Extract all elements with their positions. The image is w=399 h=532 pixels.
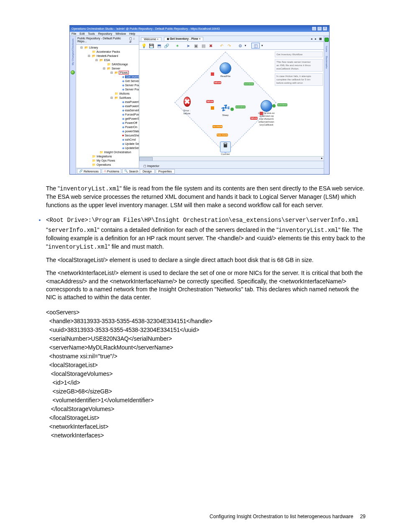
- card-text: In case IAction fails, it attempts: [276, 75, 311, 77]
- menu-help[interactable]: Help: [129, 32, 135, 35]
- p2-f2: inventoryList.xml: [279, 227, 338, 234]
- xml-l15: <networkInterfaces>: [46, 432, 104, 439]
- subtab-properties[interactable]: Properties: [156, 169, 175, 174]
- tree-subflows[interactable]: Subflows: [119, 96, 131, 99]
- dropdown-icon[interactable]: ▾: [245, 44, 246, 47]
- edge-label-success: success: [235, 105, 246, 108]
- tree-sf2[interactable]: esaPowerOnCallback: [125, 105, 139, 108]
- icons-tab[interactable]: Icons: [325, 46, 328, 52]
- bookmarks-tab[interactable]: Bookmarks: [325, 56, 328, 69]
- tab-problems[interactable]: ⚠Problems: [102, 169, 122, 174]
- folder-icon: 📂: [107, 67, 111, 70]
- tree-spon[interactable]: Server Power OFF: [125, 84, 139, 87]
- tree-myops[interactable]: My Ops Flows: [97, 159, 115, 162]
- tree-sf9[interactable]: SecureShellCLI: [125, 134, 139, 137]
- node-sleep[interactable]: 💤 Sleep: [220, 102, 231, 114]
- tab-nav-left-icon[interactable]: ◂: [311, 37, 312, 41]
- tree-tutorials[interactable]: Tutorials: [97, 167, 108, 168]
- redo-icon[interactable]: ↷: [226, 43, 232, 49]
- flow-icon: ◆: [122, 121, 124, 124]
- tab-references[interactable]: 🔗References: [77, 169, 101, 174]
- flow-canvas[interactable]: ReadFile failure success ✖ Error : failu…: [139, 50, 324, 168]
- card-text: an XML file and returns it throu: [276, 64, 311, 67]
- my-changes-tab[interactable]: My Changes/Checkouts: [72, 39, 74, 65]
- view-icon[interactable]: ◫: [251, 43, 260, 49]
- card-text: before exiting with error.: [276, 82, 303, 84]
- tree-sf8[interactable]: powerStatusCmd: [125, 130, 139, 133]
- save-icon[interactable]: 💾: [148, 43, 154, 49]
- node-callback[interactable]: com.hp.esa.oo .extension.se rver.IAction…: [261, 100, 272, 112]
- tree-sf3[interactable]: esaServerInfoCallback: [125, 109, 139, 112]
- debug-icon[interactable]: ✶: [174, 43, 180, 49]
- tab-nav-right-icon[interactable]: ▸: [315, 37, 317, 41]
- tree-sf4[interactable]: ForcedPowerOff: [125, 113, 139, 116]
- tree-server[interactable]: Server: [112, 67, 120, 70]
- maximize-button[interactable]: □: [317, 26, 322, 31]
- tree-operations[interactable]: Operations: [97, 163, 111, 166]
- tree-sf6[interactable]: PowerOff: [125, 121, 137, 124]
- menu-file[interactable]: File: [72, 32, 76, 35]
- flow-icon: ◆: [167, 37, 169, 40]
- subtab-design[interactable]: Design: [140, 169, 155, 174]
- globe-icon: [220, 62, 231, 74]
- tree-getsvrinfo[interactable]: Get Server Info: [125, 80, 139, 82]
- bullet-path: <Root Drive>:\Program Files\HP\Insight O…: [46, 217, 359, 224]
- tab-get-inventory[interactable]: ◆ Get Inventory - Flow×: [164, 37, 203, 41]
- tree-library[interactable]: Library: [89, 46, 98, 49]
- node-error-failure[interactable]: ✖ Error : failure: [181, 96, 193, 108]
- tree-sf11[interactable]: Update Server PowerOn: [125, 142, 139, 145]
- menu-window[interactable]: Window: [115, 32, 126, 35]
- tree-insorch[interactable]: Insight Orchestration: [104, 151, 131, 154]
- tree-tab-label[interactable]: Public Repository - Default Public Repo.…: [77, 37, 129, 44]
- window-titlebar[interactable]: Operations Orchestration Studio - 'admin…: [70, 26, 329, 32]
- tree-sf5[interactable]: getPowerStatusOnDELL: [125, 117, 139, 120]
- tree-sf12[interactable]: UpdateServerInventoryIt: [125, 146, 139, 149]
- tree-iactions[interactable]: IActions: [119, 92, 130, 95]
- tree-esa[interactable]: ESA: [104, 59, 110, 62]
- left-side-tabs: My Changes/Checkouts: [70, 36, 76, 174]
- link-icon[interactable]: 🔗: [164, 43, 169, 49]
- tree-sf1[interactable]: esaPowerOffCallback: [125, 100, 139, 103]
- lightbulb-icon[interactable]: 💡: [141, 43, 147, 49]
- dropdown-icon[interactable]: ▾: [261, 44, 263, 47]
- p2-b: " contains a detailed definition for eac…: [97, 226, 279, 233]
- paste-icon[interactable]: ▤: [200, 43, 206, 49]
- delete-icon[interactable]: ✖: [208, 43, 214, 49]
- tree-tab-controls[interactable]: ▢ ⟂ ⇵: [129, 37, 138, 44]
- canvas-hscroll[interactable]: ◂ ▸: [139, 156, 324, 161]
- tab-menu-icon[interactable]: ▦: [319, 37, 322, 41]
- scroll-right-icon[interactable]: ▸: [321, 157, 323, 160]
- tree-spoff[interactable]: Server Power ON: [125, 88, 139, 91]
- tree-accel[interactable]: Accelerator Packs: [97, 50, 120, 53]
- close-icon[interactable]: ×: [199, 37, 200, 40]
- tab-welcome[interactable]: Welcome×: [141, 37, 161, 41]
- folder-icon: 📁: [92, 163, 96, 166]
- menu-tools[interactable]: Tools: [88, 32, 95, 35]
- node-counter[interactable]: 🖩 Counter: [220, 141, 231, 153]
- undo-icon[interactable]: ↶: [219, 43, 225, 49]
- node-readfile[interactable]: ReadFile: [220, 62, 231, 74]
- folder-icon: 📁: [92, 50, 96, 53]
- copy-icon[interactable]: ▣: [193, 43, 199, 49]
- tree-getinv[interactable]: Get Inventory: [125, 75, 139, 78]
- menu-repository[interactable]: Repository: [98, 32, 112, 35]
- gear-icon[interactable]: ⚙: [237, 43, 243, 49]
- paragraph-2: "serverInfo.xml" contains a detailed def…: [46, 226, 366, 251]
- tree-hp[interactable]: Hewlett-Packard: [97, 54, 118, 57]
- tree-flows[interactable]: Flows: [119, 71, 128, 74]
- close-icon[interactable]: ×: [157, 38, 159, 41]
- tree-integrations[interactable]: Integrations: [97, 155, 112, 158]
- tree-san[interactable]: SANStorage: [112, 63, 128, 66]
- minimize-button[interactable]: _: [312, 26, 317, 31]
- go-icon[interactable]: [325, 38, 329, 42]
- inspector-label[interactable]: ▢ Inspector: [141, 164, 162, 168]
- run-icon[interactable]: ➤: [185, 43, 191, 49]
- layout-icon[interactable]: ⬒: [156, 43, 162, 49]
- tree-sf7[interactable]: PowerOn: [125, 126, 137, 129]
- tab-search[interactable]: 🔍Search: [122, 169, 140, 174]
- tree-sf10[interactable]: sshCmd: [125, 138, 136, 141]
- p1-file: inventoryList.xml: [60, 185, 120, 192]
- menu-edit[interactable]: Edit: [79, 32, 84, 35]
- repository-tree[interactable]: 📂 Library 📁 Accelerator Packs 📂 Hewlett-…: [76, 45, 139, 168]
- close-button[interactable]: X: [322, 26, 327, 31]
